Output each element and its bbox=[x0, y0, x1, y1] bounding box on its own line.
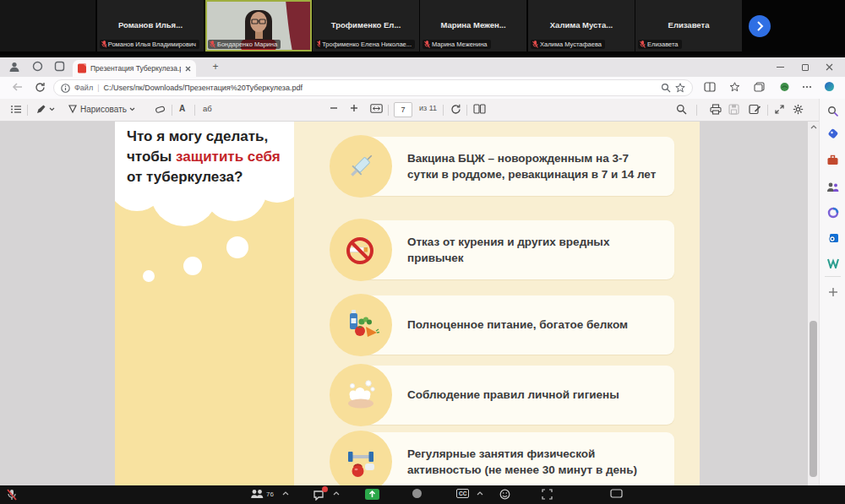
sidebar-outlook-icon[interactable] bbox=[826, 230, 840, 245]
scrollbar-thumb[interactable] bbox=[810, 321, 817, 477]
scroll-up-icon[interactable] bbox=[810, 125, 817, 129]
draw-button[interactable]: Нарисовать bbox=[68, 104, 135, 114]
page-number-input[interactable]: 7 bbox=[394, 102, 412, 117]
sidebar-w-app-icon[interactable] bbox=[826, 256, 840, 270]
save-as-icon[interactable] bbox=[749, 104, 760, 115]
syringe-icon bbox=[342, 148, 379, 185]
cc-menu-caret[interactable] bbox=[477, 491, 483, 496]
save-icon[interactable] bbox=[728, 104, 739, 115]
info-icon[interactable] bbox=[61, 84, 70, 93]
more-menu-icon[interactable] bbox=[802, 82, 812, 92]
participant-label: Романов Илья Владимирович bbox=[100, 40, 199, 49]
slide-item-row: Соблюдение правил личной гигиены bbox=[355, 366, 674, 425]
workspaces-icon[interactable] bbox=[32, 61, 43, 72]
extension-icon[interactable] bbox=[779, 82, 790, 92]
refresh-icon[interactable] bbox=[35, 82, 46, 93]
sidebar-tools-icon[interactable] bbox=[826, 152, 840, 166]
pdf-toolbar: Нарисовать A аб 7 из 11 bbox=[0, 99, 845, 122]
fit-to-width-icon[interactable] bbox=[370, 104, 383, 113]
page-view-icon[interactable] bbox=[473, 104, 486, 114]
record-button[interactable] bbox=[412, 489, 422, 498]
copilot-icon[interactable] bbox=[825, 82, 834, 91]
favorite-star-icon[interactable] bbox=[675, 83, 685, 93]
participant-name: Марина Межен... bbox=[420, 20, 526, 30]
tab-title: Презентация Туберкулеза.pdf bbox=[90, 64, 181, 73]
chevron-down-icon bbox=[129, 107, 135, 111]
browser-tab[interactable]: Презентация Туберкулеза.pdf bbox=[73, 60, 196, 77]
window-maximize-button[interactable] bbox=[794, 61, 816, 73]
participant-name: Романов Илья... bbox=[97, 20, 204, 30]
sidebar-copilot-icon[interactable] bbox=[826, 205, 840, 219]
back-icon[interactable] bbox=[12, 82, 24, 92]
apps-button[interactable] bbox=[542, 489, 553, 500]
profile-icon[interactable] bbox=[8, 61, 20, 73]
share-screen-button[interactable] bbox=[365, 489, 379, 500]
zoom-out-button[interactable] bbox=[330, 104, 338, 112]
mic-muted-button[interactable] bbox=[6, 488, 18, 501]
window-close-button[interactable] bbox=[818, 61, 840, 73]
zoom-screen-share: Романов Илья... Романов Илья Владимирови… bbox=[0, 0, 845, 504]
chat-button[interactable] bbox=[313, 489, 324, 504]
sidebar-people-icon[interactable] bbox=[826, 180, 840, 194]
question-line-2: чтобы защитить себя bbox=[127, 147, 292, 167]
reactions-button[interactable] bbox=[499, 489, 510, 500]
closed-captions-button[interactable]: CC bbox=[456, 489, 469, 498]
favorites-bar-icon[interactable] bbox=[729, 82, 740, 92]
participants-button[interactable]: 76 bbox=[250, 489, 274, 499]
add-text-button[interactable]: A bbox=[179, 104, 185, 113]
highlight-pen-button[interactable] bbox=[35, 104, 55, 115]
sidebar-search-icon[interactable] bbox=[826, 104, 840, 118]
window-minimize-button[interactable] bbox=[769, 61, 791, 73]
whiteboard-button[interactable] bbox=[610, 489, 623, 499]
pdf-scrollbar[interactable] bbox=[808, 122, 819, 485]
sidebar-add-icon[interactable] bbox=[826, 285, 840, 299]
new-tab-button[interactable]: + bbox=[209, 60, 222, 73]
video-tile[interactable] bbox=[0, 0, 95, 51]
next-participants-button[interactable] bbox=[749, 15, 771, 37]
close-tab-icon[interactable] bbox=[185, 66, 191, 72]
question-highlight: защитить себя bbox=[176, 149, 281, 165]
fullscreen-corners-icon bbox=[542, 489, 553, 500]
slide-item-text: Отказ от курения и других вредных привыч… bbox=[407, 234, 659, 266]
edge-sidebar bbox=[819, 99, 845, 485]
tab-actions-icon[interactable] bbox=[54, 61, 65, 72]
print-icon[interactable] bbox=[710, 104, 722, 115]
chevron-right-icon bbox=[755, 20, 764, 32]
chat-menu-caret[interactable] bbox=[333, 491, 340, 496]
settings-gear-icon[interactable] bbox=[793, 104, 804, 115]
chat-notification-badge bbox=[322, 486, 328, 492]
slide-item-circle bbox=[330, 364, 392, 426]
browser-window: Презентация Туберкулеза.pdf + Файл | C:/… bbox=[0, 57, 845, 485]
zoom-bottom-toolbar: 76 CC bbox=[0, 485, 845, 504]
mic-muted-icon bbox=[424, 41, 430, 48]
slide-item-row: Полноценное питание, богатое белком bbox=[355, 295, 674, 355]
participant-name: Халима Муста... bbox=[528, 20, 635, 30]
search-document-icon[interactable] bbox=[676, 104, 687, 115]
hygiene-icon bbox=[342, 377, 379, 414]
fullscreen-icon[interactable] bbox=[774, 104, 785, 115]
video-tile[interactable]: Трофименко Ел... Трофименко Елена Никола… bbox=[313, 0, 419, 51]
slide-item-circle bbox=[330, 135, 392, 198]
participant-label: Халима Мустафаева bbox=[531, 40, 605, 49]
rotate-icon[interactable] bbox=[450, 104, 461, 115]
slide-item-text: Регулярные занятия физической активность… bbox=[407, 446, 659, 478]
address-bar[interactable]: Файл | C:/Users/пк/Downloads/Презентация… bbox=[53, 79, 693, 96]
read-aloud-button[interactable]: аб bbox=[203, 104, 212, 113]
chevron-down-icon bbox=[49, 107, 55, 111]
video-tile[interactable]: Марина Межен... Марина Меженина bbox=[420, 0, 526, 51]
mic-muted-icon bbox=[640, 41, 646, 48]
search-icon[interactable] bbox=[661, 83, 671, 93]
video-tile[interactable]: Халима Муста... Халима Мустафаева bbox=[528, 0, 635, 51]
toc-icon[interactable] bbox=[10, 104, 22, 115]
participants-menu-caret[interactable] bbox=[282, 491, 289, 496]
collections-icon[interactable] bbox=[754, 82, 765, 92]
eraser-icon[interactable] bbox=[154, 104, 166, 115]
video-tile[interactable]: Бондаренко Марина bbox=[205, 0, 312, 51]
zoom-in-button[interactable] bbox=[350, 104, 358, 112]
split-screen-icon[interactable] bbox=[704, 82, 716, 92]
video-tile[interactable]: Елизавета Елизавета bbox=[635, 0, 742, 51]
video-tile[interactable]: Романов Илья... Романов Илья Владимирови… bbox=[97, 0, 204, 51]
participant-name: Трофименко Ел... bbox=[313, 20, 419, 30]
sidebar-shopping-icon[interactable] bbox=[826, 127, 840, 141]
sidebar-divider bbox=[825, 276, 841, 277]
